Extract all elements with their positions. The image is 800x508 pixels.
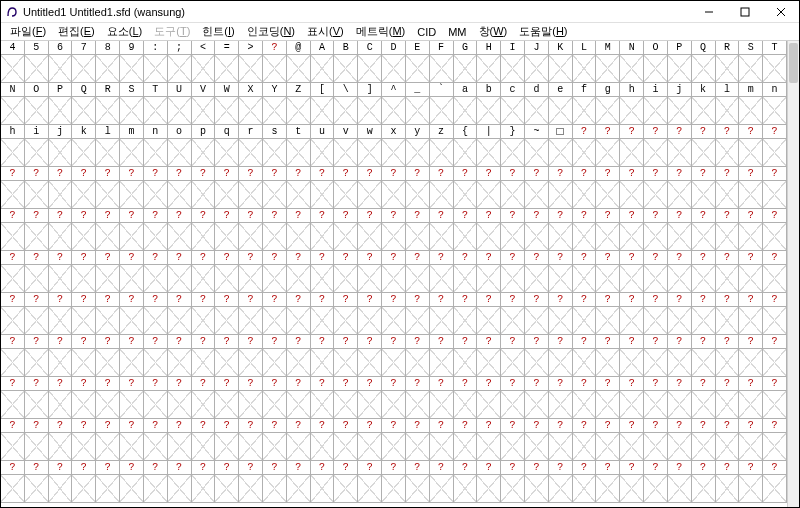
glyph-cell[interactable] — [406, 55, 430, 83]
glyph-cell[interactable] — [692, 139, 716, 167]
glyph-cell[interactable] — [716, 97, 740, 125]
glyph-cell[interactable] — [620, 307, 644, 335]
glyph-cell[interactable] — [573, 349, 597, 377]
maximize-button[interactable] — [727, 1, 763, 23]
glyph-cell[interactable] — [25, 391, 49, 419]
glyph-cell[interactable] — [263, 55, 287, 83]
glyph-cell[interactable] — [430, 181, 454, 209]
glyph-cell[interactable] — [358, 349, 382, 377]
close-button[interactable] — [763, 1, 799, 23]
glyph-cell[interactable] — [454, 475, 478, 503]
glyph-cell[interactable] — [739, 139, 763, 167]
glyph-cell[interactable] — [1, 223, 25, 251]
glyph-cell[interactable] — [263, 433, 287, 461]
glyph-cell[interactable] — [525, 433, 549, 461]
glyph-cell[interactable] — [692, 181, 716, 209]
glyph-cell[interactable] — [573, 181, 597, 209]
glyph-cell[interactable] — [620, 475, 644, 503]
glyph-cell[interactable] — [358, 391, 382, 419]
glyph-cell[interactable] — [739, 475, 763, 503]
glyph-cell[interactable] — [596, 433, 620, 461]
glyph-cell[interactable] — [96, 391, 120, 419]
glyph-cell[interactable] — [692, 55, 716, 83]
glyph-cell[interactable] — [596, 55, 620, 83]
glyph-cell[interactable] — [25, 307, 49, 335]
glyph-cell[interactable] — [215, 265, 239, 293]
glyph-cell[interactable] — [620, 391, 644, 419]
glyph-cell[interactable] — [477, 475, 501, 503]
glyph-cell[interactable] — [287, 475, 311, 503]
glyph-cell[interactable] — [382, 475, 406, 503]
glyph-cell[interactable] — [72, 391, 96, 419]
glyph-cell[interactable] — [501, 475, 525, 503]
glyph-cell[interactable] — [573, 433, 597, 461]
glyph-cell[interactable] — [644, 139, 668, 167]
glyph-cell[interactable] — [1, 139, 25, 167]
glyph-cell[interactable] — [49, 307, 73, 335]
glyph-cell[interactable] — [573, 391, 597, 419]
glyph-cell[interactable] — [263, 391, 287, 419]
glyph-cell[interactable] — [573, 475, 597, 503]
glyph-cell[interactable] — [549, 391, 573, 419]
glyph-cell[interactable] — [668, 349, 692, 377]
glyph-cell[interactable] — [525, 55, 549, 83]
glyph-cell[interactable] — [215, 139, 239, 167]
glyph-cell[interactable] — [477, 97, 501, 125]
glyph-cell[interactable] — [382, 139, 406, 167]
glyph-cell[interactable] — [692, 433, 716, 461]
glyph-cell[interactable] — [168, 307, 192, 335]
glyph-cell[interactable] — [763, 139, 787, 167]
glyph-cell[interactable] — [144, 181, 168, 209]
glyph-cell[interactable] — [668, 265, 692, 293]
glyph-cell[interactable] — [692, 391, 716, 419]
glyph-cell[interactable] — [263, 97, 287, 125]
glyph-cell[interactable] — [334, 433, 358, 461]
glyph-cell[interactable] — [49, 433, 73, 461]
glyph-cell[interactable] — [192, 139, 216, 167]
glyph-cell[interactable] — [168, 349, 192, 377]
glyph-cell[interactable] — [334, 181, 358, 209]
glyph-cell[interactable] — [334, 55, 358, 83]
glyph-cell[interactable] — [382, 307, 406, 335]
glyph-cell[interactable] — [596, 349, 620, 377]
glyph-cell[interactable] — [454, 349, 478, 377]
glyph-cell[interactable] — [716, 307, 740, 335]
glyph-cell[interactable] — [1, 265, 25, 293]
glyph-cell[interactable] — [120, 223, 144, 251]
glyph-cell[interactable] — [739, 181, 763, 209]
glyph-cell[interactable] — [406, 391, 430, 419]
glyph-cell[interactable] — [716, 391, 740, 419]
glyph-cell[interactable] — [72, 307, 96, 335]
glyph-cell[interactable] — [144, 307, 168, 335]
glyph-cell[interactable] — [334, 265, 358, 293]
glyph-cell[interactable] — [739, 307, 763, 335]
glyph-cell[interactable] — [406, 139, 430, 167]
glyph-cell[interactable] — [49, 475, 73, 503]
glyph-cell[interactable] — [239, 265, 263, 293]
glyph-cell[interactable] — [763, 349, 787, 377]
glyph-cell[interactable] — [358, 223, 382, 251]
glyph-cell[interactable] — [477, 265, 501, 293]
glyph-cell[interactable] — [716, 475, 740, 503]
glyph-cell[interactable] — [263, 265, 287, 293]
glyph-cell[interactable] — [454, 391, 478, 419]
glyph-cell[interactable] — [120, 349, 144, 377]
menu-item-9[interactable]: MM — [443, 25, 471, 39]
glyph-cell[interactable] — [311, 139, 335, 167]
glyph-cell[interactable] — [477, 349, 501, 377]
glyph-cell[interactable] — [573, 307, 597, 335]
glyph-cell[interactable] — [454, 181, 478, 209]
glyph-cell[interactable] — [668, 55, 692, 83]
glyph-cell[interactable] — [144, 139, 168, 167]
glyph-cell[interactable] — [239, 181, 263, 209]
glyph-cell[interactable] — [692, 349, 716, 377]
glyph-cell[interactable] — [596, 265, 620, 293]
glyph-cell[interactable] — [739, 391, 763, 419]
glyph-cell[interactable] — [192, 349, 216, 377]
glyph-cell[interactable] — [596, 97, 620, 125]
glyph-cell[interactable] — [25, 223, 49, 251]
glyph-cell[interactable] — [501, 349, 525, 377]
glyph-cell[interactable] — [287, 307, 311, 335]
glyph-cell[interactable] — [525, 349, 549, 377]
glyph-cell[interactable] — [596, 223, 620, 251]
